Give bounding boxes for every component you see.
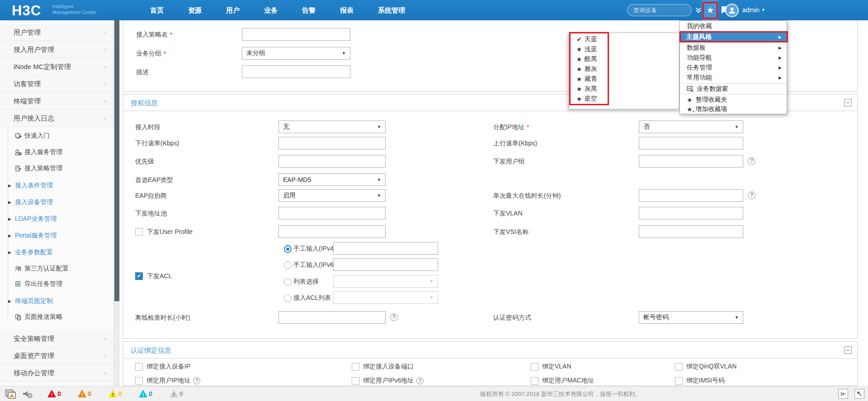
subitem-third-party-auth-config[interactable]: 第三方认证配置 [0, 261, 114, 276]
acl-list-select[interactable]: ▼ [333, 275, 438, 288]
acl-list-radio[interactable] [284, 278, 292, 286]
menu-item-task-management[interactable]: 任务管理 ▶ [680, 63, 787, 73]
eap-type-select[interactable]: EAP-MD5▼ [278, 173, 386, 186]
eap-auto-negotiate-select[interactable]: 启用▼ [278, 189, 386, 202]
user-group-input[interactable] [639, 155, 743, 168]
favorites-star-button[interactable]: ★ [702, 0, 718, 20]
user-menu-caret-icon[interactable]: ▼ [761, 0, 765, 20]
subitem-service-parameter-config[interactable]: ▶ 业务参数配置 [0, 245, 114, 260]
sidebar-item-security-policy-management[interactable]: 安全策略管理 › [0, 330, 113, 347]
help-icon[interactable]: ? [193, 377, 200, 384]
access-period-select[interactable]: 无▼ [278, 121, 386, 133]
nav-reports[interactable]: 报表 [328, 0, 366, 20]
help-icon[interactable]: ? [748, 157, 755, 165]
acl-ipv4-radio[interactable] [284, 245, 292, 253]
downstream-rate-input[interactable] [278, 137, 386, 149]
sidebar-item-terminal-management[interactable]: 终端管理 › [0, 93, 113, 110]
bind-user-mac-checkbox-item[interactable]: 绑定用户MAC地址 [531, 377, 594, 385]
nav-home[interactable]: 首页 [138, 0, 176, 20]
subitem-access-condition-management[interactable]: ▶ 接入条件管理 [0, 178, 114, 193]
service-group-select[interactable]: 未分组 ▼ [242, 47, 350, 60]
subitem-access-service-management[interactable]: 接入服务管理 [0, 145, 114, 160]
dock-corner-button[interactable] [854, 389, 864, 399]
sidebar-item-user-management[interactable]: 用户管理 › [0, 24, 113, 41]
assign-ip-select[interactable]: 否▼ [639, 121, 743, 133]
bind-device-port-checkbox-item[interactable]: 绑定接入设备端口 [352, 363, 414, 371]
user-profile-input[interactable] [278, 225, 386, 238]
minor-alarm-indicator[interactable]: ! 0 [108, 389, 122, 398]
max-online-duration-input[interactable] [639, 189, 743, 202]
broadcast-settings-icon[interactable] [22, 389, 33, 401]
checkbox[interactable] [531, 377, 538, 385]
subitem-quick-start[interactable]: 快速入门 [0, 128, 114, 144]
checkbox[interactable] [352, 363, 359, 371]
subitem-page-push-policy[interactable]: 页面推送策略 [0, 309, 114, 325]
theme-option-navy-blue[interactable]: ★ 藏青 [569, 74, 679, 84]
priority-input[interactable] [278, 155, 386, 168]
menu-item-add-favorite[interactable]: ★ + 增加收藏项 [680, 104, 787, 114]
address-pool-input[interactable] [278, 207, 386, 219]
nav-alarms[interactable]: 告警 [290, 0, 328, 20]
sidebar-scrollbar[interactable] [114, 20, 120, 386]
theme-option-gray-black[interactable]: ★ 灰黑 [569, 84, 679, 94]
menu-item-function-navigation[interactable]: 功能导航 ▶ [680, 53, 787, 63]
bind-imsi-checkbox-item[interactable]: 绑定IMSI号码 [675, 377, 725, 385]
menu-item-my-favorites[interactable]: 我的收藏 [680, 21, 787, 31]
help-icon[interactable]: ? [748, 191, 755, 199]
acl-checkbox[interactable]: ✔ [135, 272, 143, 280]
menu-item-organize-favorites[interactable]: ★ 整理收藏夹 [680, 95, 787, 105]
offline-check-input[interactable] [278, 311, 386, 324]
subitem-export-task-management[interactable]: 导出任务管理 [0, 276, 114, 292]
sidebar-scrollbar-thumb[interactable] [114, 20, 119, 301]
expand-toolbar-icon[interactable] [694, 0, 703, 20]
user-profile-checkbox[interactable] [135, 228, 143, 236]
acl-ipv4-input[interactable] [333, 242, 438, 255]
bind-device-ip-checkbox-item[interactable]: 绑定接入设备IP [135, 363, 190, 371]
menu-item-service-data-window[interactable]: 业务数据窗 [680, 84, 787, 94]
bind-user-ipv6-checkbox-item[interactable]: 绑定用户IPv6地址 ? [352, 377, 424, 385]
bind-vlan-checkbox-item[interactable]: 绑定VLAN [531, 363, 571, 371]
collapse-section-button[interactable]: − [844, 346, 852, 354]
nav-services[interactable]: 业务 [252, 0, 290, 20]
theme-option-elegant-gray[interactable]: ★ 雅灰 [569, 64, 679, 74]
theme-option-cool-black[interactable]: ★ 酷黑 [569, 54, 679, 64]
bind-qinq-vlan-checkbox-item[interactable]: 绑定QinQ双VLAN [675, 363, 736, 371]
description-input[interactable] [242, 65, 350, 78]
subitem-access-policy-management-page[interactable]: 接入策略管理 [0, 161, 114, 176]
theme-option-starry-sky[interactable]: ★ 星空 [569, 94, 679, 104]
subitem-terminal-page-customization[interactable]: ▶ 终端页面定制 [0, 294, 114, 309]
sidebar-item-guest-management[interactable]: 访客管理 › [0, 75, 113, 93]
checkbox[interactable] [352, 377, 359, 385]
collapse-section-button[interactable]: − [844, 99, 852, 107]
subitem-access-device-management[interactable]: ▶ 接入设备管理 [0, 195, 114, 210]
help-icon[interactable]: ? [390, 313, 398, 321]
checkbox[interactable] [675, 377, 683, 385]
subitem-ldap-service-management[interactable]: ▶ LDAP业务管理 [0, 211, 114, 227]
menu-item-dashboard[interactable]: 数据板 ▶ [680, 43, 787, 53]
nav-system[interactable]: 系统管理 [366, 0, 417, 20]
vlan-input[interactable] [639, 207, 743, 219]
bind-user-ip-checkbox-item[interactable]: 绑定用户IP地址 ? [135, 377, 200, 385]
critical-alarm-indicator[interactable]: ! 0 [47, 389, 61, 398]
console-windows-icon[interactable]: ! [5, 389, 17, 401]
username-label[interactable]: admin [742, 0, 760, 20]
major-alarm-indicator[interactable]: ! 0 [77, 389, 91, 398]
sidebar-item-desktop-asset-management[interactable]: 桌面资产管理 › [0, 347, 113, 364]
menu-item-theme-style[interactable]: 主题风格 ▶ [679, 31, 788, 42]
checkbox[interactable] [531, 363, 538, 371]
device-search-box[interactable] [627, 4, 692, 16]
theme-option-sky-blue[interactable]: ✔ 天蓝 [569, 34, 679, 44]
auth-password-mode-select[interactable]: 帐号密码▼ [639, 311, 743, 324]
dock-left-button[interactable] [838, 389, 848, 399]
acl-access-list-radio[interactable] [284, 294, 292, 302]
theme-option-light-blue[interactable]: ★ 浅蓝 [569, 44, 679, 54]
acl-ipv6-input[interactable] [333, 258, 438, 271]
warning-alarm-indicator[interactable]: ! 0 [138, 389, 152, 398]
checkbox[interactable] [675, 363, 683, 371]
upstream-rate-input[interactable] [639, 137, 743, 149]
sidebar-item-inode-mc-management[interactable]: iNode MC定制管理 › [0, 58, 113, 75]
subitem-portal-service-management[interactable]: ▶ Portal服务管理 [0, 228, 114, 243]
acl-ipv6-radio[interactable] [284, 261, 292, 269]
vsi-name-input[interactable] [639, 225, 743, 238]
acl-access-list-select[interactable]: ▼ [333, 291, 438, 304]
